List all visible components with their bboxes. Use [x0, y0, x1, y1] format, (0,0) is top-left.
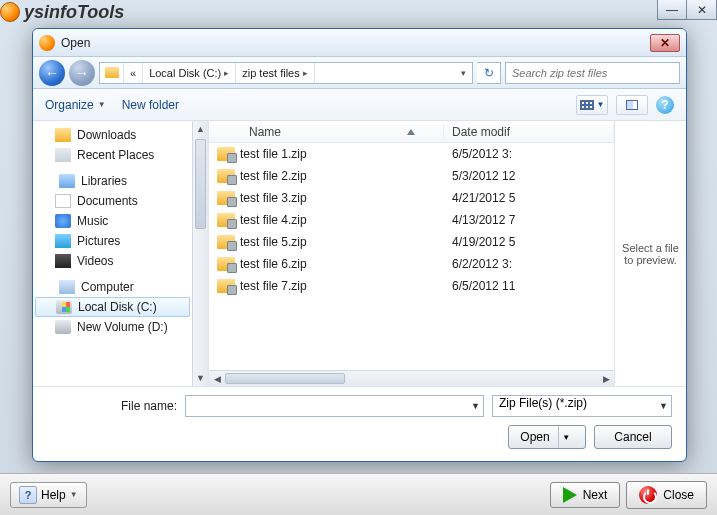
sidebar-item-recent[interactable]: Recent Places: [33, 145, 208, 165]
sidebar-group-libraries[interactable]: Libraries: [33, 171, 208, 191]
breadcrumb-overflow[interactable]: «: [124, 63, 143, 83]
dialog-titlebar[interactable]: Open ✕: [33, 29, 686, 57]
sidebar-item-localdisk[interactable]: Local Disk (C:): [35, 297, 190, 317]
new-folder-button[interactable]: New folder: [122, 98, 179, 112]
file-date: 5/3/2012 12: [444, 169, 614, 183]
computer-icon: [59, 280, 75, 294]
file-row[interactable]: test file 5.zip4/19/2012 5: [209, 231, 614, 253]
pictures-icon: [55, 234, 71, 248]
file-list[interactable]: test file 1.zip6/5/2012 3:test file 2.zi…: [209, 143, 614, 386]
chevron-down-icon[interactable]: ▼: [471, 401, 480, 411]
sidebar: Downloads Recent Places Libraries Docume…: [33, 121, 209, 386]
zip-file-icon: [217, 213, 235, 227]
search-input[interactable]: [505, 62, 680, 84]
scroll-up-icon[interactable]: ▲: [193, 121, 208, 137]
column-name[interactable]: Name: [209, 125, 444, 139]
scroll-left-icon[interactable]: ◀: [209, 374, 225, 384]
view-mode-button[interactable]: ▼: [576, 95, 608, 115]
preview-pane-button[interactable]: [616, 95, 648, 115]
file-name: test file 7.zip: [240, 279, 444, 293]
nav-back-button[interactable]: ←: [39, 60, 65, 86]
breadcrumb-seg-1[interactable]: Local Disk (C:)▸: [143, 63, 236, 83]
next-button[interactable]: Next: [550, 482, 621, 508]
file-date: 4/21/2012 5: [444, 191, 614, 205]
chevron-down-icon: ▼: [70, 490, 78, 499]
chevron-down-icon[interactable]: ▼: [659, 401, 668, 411]
sidebar-item-music[interactable]: Music: [33, 211, 208, 231]
help-button[interactable]: ?: [656, 96, 674, 114]
scroll-down-icon[interactable]: ▼: [193, 370, 208, 386]
filetype-filter[interactable]: Zip File(s) (*.zip)▼: [492, 395, 672, 417]
zip-file-icon: [217, 169, 235, 183]
preview-icon: [626, 100, 638, 110]
sort-ascending-icon: [407, 129, 415, 135]
sidebar-item-pictures[interactable]: Pictures: [33, 231, 208, 251]
open-split-dropdown[interactable]: ▼: [558, 426, 574, 448]
chevron-down-icon: ▼: [98, 100, 106, 109]
file-row[interactable]: test file 6.zip6/2/2012 3:: [209, 253, 614, 275]
sidebar-item-documents[interactable]: Documents: [33, 191, 208, 211]
column-date[interactable]: Date modif: [444, 125, 614, 139]
file-name: test file 3.zip: [240, 191, 444, 205]
close-button[interactable]: Close: [626, 481, 707, 509]
file-row[interactable]: test file 7.zip6/5/2012 11: [209, 275, 614, 297]
breadcrumb-seg-2[interactable]: zip test files▸: [236, 63, 314, 83]
sidebar-group-computer[interactable]: Computer: [33, 277, 208, 297]
dialog-bottom: File name: ▼ Zip File(s) (*.zip)▼ Open▼ …: [33, 386, 686, 461]
help-icon: [19, 486, 37, 504]
libraries-icon: [59, 174, 75, 188]
sidebar-scrollbar[interactable]: ▲ ▼: [192, 121, 208, 386]
scroll-thumb[interactable]: [225, 373, 345, 384]
scroll-thumb[interactable]: [195, 139, 206, 229]
file-date: 6/2/2012 3:: [444, 257, 614, 271]
grid-icon: [580, 100, 594, 110]
documents-icon: [55, 194, 71, 208]
refresh-button[interactable]: ↻: [477, 62, 501, 84]
close-button[interactable]: ✕: [687, 0, 717, 20]
power-icon: [639, 486, 657, 504]
toolbar: Organize ▼ New folder ▼ ?: [33, 89, 686, 121]
sidebar-item-newvolume[interactable]: New Volume (D:): [33, 317, 208, 337]
file-name: test file 2.zip: [240, 169, 444, 183]
arrow-right-icon: [563, 487, 577, 503]
sidebar-item-videos[interactable]: Videos: [33, 251, 208, 271]
cancel-button[interactable]: Cancel: [594, 425, 672, 449]
app-bottom-bar: Help ▼ Next Close: [0, 473, 717, 515]
breadcrumb-root-icon[interactable]: [100, 63, 124, 83]
app-logo-text: ysinfoTools: [24, 2, 124, 23]
help-menu[interactable]: Help ▼: [10, 482, 87, 508]
file-row[interactable]: test file 2.zip5/3/2012 12: [209, 165, 614, 187]
dialog-icon: [39, 35, 55, 51]
app-logo-orb: [0, 2, 20, 22]
scroll-right-icon[interactable]: ▶: [598, 374, 614, 384]
nav-forward-button[interactable]: →: [69, 60, 95, 86]
organize-menu[interactable]: Organize ▼: [45, 98, 106, 112]
file-row[interactable]: test file 1.zip6/5/2012 3:: [209, 143, 614, 165]
sidebar-item-downloads[interactable]: Downloads: [33, 125, 208, 145]
file-pane: Name Date modif test file 1.zip6/5/2012 …: [209, 121, 614, 386]
file-row[interactable]: test file 4.zip4/13/2012 7: [209, 209, 614, 231]
horizontal-scrollbar[interactable]: ◀ ▶: [209, 370, 614, 386]
open-button[interactable]: Open▼: [508, 425, 586, 449]
preview-placeholder: Select a file to preview.: [619, 242, 682, 266]
filename-input[interactable]: ▼: [185, 395, 484, 417]
window-controls: — ✕: [657, 0, 717, 20]
file-row[interactable]: test file 3.zip4/21/2012 5: [209, 187, 614, 209]
music-icon: [55, 214, 71, 228]
file-name: test file 5.zip: [240, 235, 444, 249]
disk-icon: [55, 320, 71, 334]
file-name: test file 1.zip: [240, 147, 444, 161]
file-date: 4/13/2012 7: [444, 213, 614, 227]
minimize-button[interactable]: —: [657, 0, 687, 20]
dialog-close-button[interactable]: ✕: [650, 34, 680, 52]
zip-file-icon: [217, 235, 235, 249]
file-date: 6/5/2012 3:: [444, 147, 614, 161]
zip-file-icon: [217, 257, 235, 271]
breadcrumb-dropdown[interactable]: ▾: [455, 63, 472, 83]
file-date: 4/19/2012 5: [444, 235, 614, 249]
zip-file-icon: [217, 147, 235, 161]
breadcrumb[interactable]: « Local Disk (C:)▸ zip test files▸ ▾: [99, 62, 473, 84]
filename-label: File name:: [47, 399, 177, 413]
recent-icon: [55, 148, 71, 162]
file-name: test file 6.zip: [240, 257, 444, 271]
